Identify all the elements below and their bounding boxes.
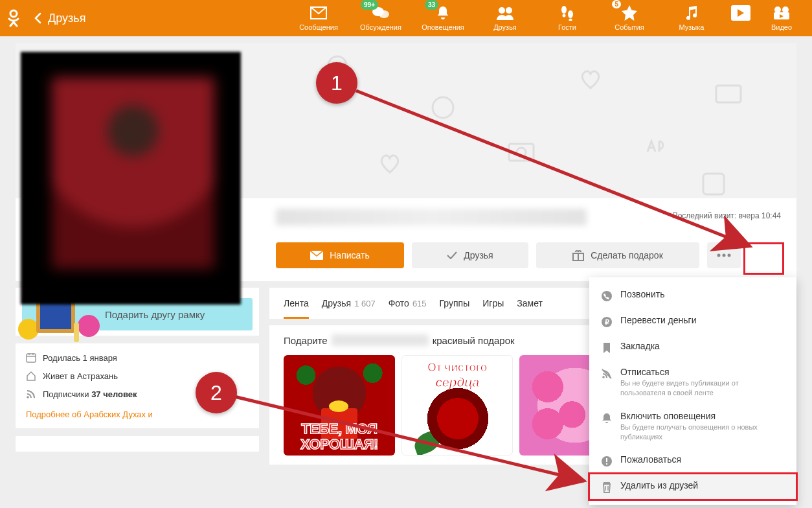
info-born: Родилась 1 января [26,352,249,363]
svg-point-4 [506,7,512,14]
more-about-link[interactable]: Подробнее об Арабских Духах и [26,410,249,419]
bell-icon [601,412,613,424]
svg-point-27 [602,291,612,301]
trash-icon [601,481,613,493]
info-subscribers[interactable]: Подписчики 37 человек [26,389,249,399]
profile-header: Последний визит: вчера 10:44 Написать Др… [16,43,796,281]
svg-rect-32 [606,458,607,462]
write-button[interactable]: Написать [276,242,404,268]
nav-play[interactable] [723,4,759,31]
dd-call[interactable]: Позвонить [589,283,796,308]
svg-point-17 [517,148,526,157]
nav-video[interactable]: Видео [759,4,804,31]
ruble-icon: ₽ [601,316,613,328]
nav-music[interactable]: Музыка [660,4,723,31]
alert-icon [601,456,613,467]
svg-rect-25 [27,354,36,362]
unsubscribe-icon [601,368,613,380]
svg-rect-33 [606,463,607,465]
info-card: Родилась 1 января Живет в Астрахань Подп… [16,343,259,428]
video-icon [773,4,791,22]
music-icon [684,4,699,22]
back-label: Друзья [48,12,85,25]
phone-icon [601,290,613,302]
svg-point-30 [602,376,605,378]
svg-rect-19 [703,174,724,194]
friends-icon [496,4,514,22]
last-visit: Последний визит: вчера 10:44 [672,211,781,220]
svg-point-2 [379,10,389,18]
svg-point-8 [569,19,572,21]
more-icon [717,253,731,257]
svg-point-13 [333,62,336,65]
dd-remove-friend[interactable]: Удалить из друзей [589,474,796,500]
tab-games[interactable]: Игры [482,288,504,319]
nav-friends[interactable]: Друзья [474,4,536,31]
dd-money[interactable]: ₽ Перевести деньги [589,308,796,334]
nav-notifications[interactable]: 33 Оповещения [412,4,474,31]
bell-icon: 33 [436,4,450,22]
dd-bookmark[interactable]: Закладка [589,334,796,360]
bookmark-icon [601,342,613,354]
gift-button[interactable]: Сделать подарок [536,242,699,268]
chevron-left-icon [34,12,41,24]
svg-point-5 [561,6,567,14]
envelope-icon [310,4,327,22]
footsteps-icon [559,4,575,22]
tab-photos[interactable]: Фото615 [389,288,427,319]
top-nav: Друзья Сообщения 99+ Обсуждения 33 Опове… [0,0,812,36]
dd-unsubscribe[interactable]: ОтписатьсяВы не будете видеть публикации… [589,360,796,404]
svg-point-7 [563,14,566,17]
badge: 99+ [361,0,378,10]
dd-complain[interactable]: Пожаловаться [589,448,796,474]
svg-point-9 [774,6,781,13]
envelope-icon [310,251,323,260]
ok-logo[interactable] [0,9,27,27]
svg-point-26 [27,396,29,398]
badge: 5 [612,0,621,8]
tab-friends[interactable]: Друзья1 607 [322,288,376,319]
nav-messages[interactable]: Сообщения [288,4,350,31]
svg-point-23 [723,254,726,257]
nav-items: Сообщения 99+ Обсуждения 33 Оповещения Д… [288,0,812,36]
svg-rect-16 [509,144,534,161]
gift-item-2[interactable]: От чистого сердца [401,355,513,456]
nav-guests[interactable]: Гости [536,4,598,31]
rss-icon [26,389,36,399]
profile-name-blurred [276,209,587,225]
star-icon: 5 [621,4,638,22]
gift-icon [572,249,584,261]
tab-feed[interactable]: Лента [284,288,309,319]
gift-item-1[interactable]: ТЕБЕ, МОЯ ХОРОШАЯ! [284,355,395,456]
info-lives: Живет в Астрахань [26,371,249,381]
nav-discussions[interactable]: 99+ Обсуждения [350,4,412,31]
svg-point-22 [717,254,721,257]
svg-point-3 [499,7,505,14]
svg-point-15 [433,97,453,118]
profile-avatar[interactable] [21,52,241,305]
check-icon [447,251,457,259]
nav-events[interactable]: 5 События [598,4,660,31]
svg-point-6 [568,10,573,18]
tab-groups[interactable]: Группы [440,288,470,319]
friends-button[interactable]: Друзья [412,242,528,268]
home-icon [26,371,36,381]
tab-notes[interactable]: Замет [517,288,543,319]
svg-point-10 [782,6,789,13]
more-button[interactable] [707,242,741,268]
dd-notify[interactable]: Включить оповещенияВы будете получать оп… [589,404,796,448]
svg-point-14 [339,62,341,65]
svg-rect-18 [716,86,741,102]
calendar-icon [26,352,36,363]
svg-point-12 [328,56,346,75]
badge: 33 [425,0,438,10]
svg-point-24 [728,254,731,257]
gift-name-blurred [332,334,429,346]
svg-text:₽: ₽ [605,318,609,326]
chat-icon: 99+ [372,4,390,22]
svg-point-0 [10,10,17,17]
back-friends[interactable]: Друзья [27,12,85,25]
play-icon [731,4,750,22]
more-dropdown: Позвонить ₽ Перевести деньги Закладка От… [589,277,796,505]
